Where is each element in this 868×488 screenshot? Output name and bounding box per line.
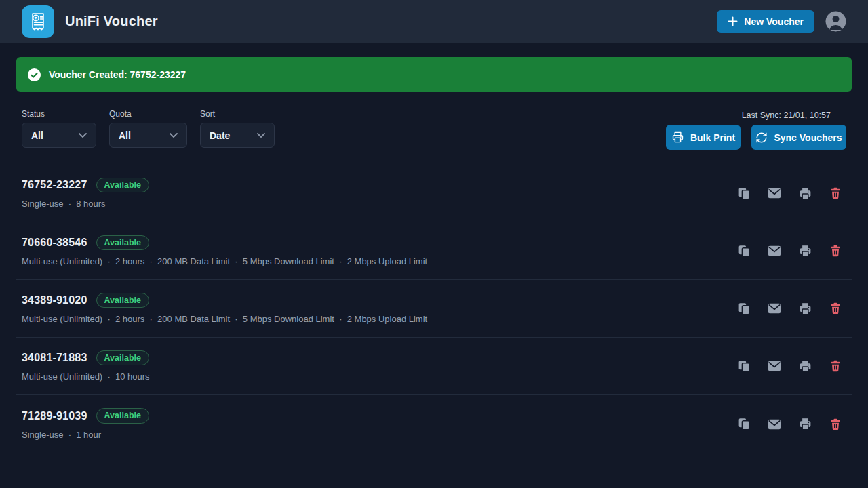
row-actions xyxy=(736,186,843,201)
copy-button[interactable] xyxy=(736,417,751,432)
email-icon xyxy=(767,359,782,373)
status-label: Status xyxy=(22,109,96,119)
print-icon xyxy=(798,302,812,316)
quota-label: Quota xyxy=(109,109,187,119)
chevron-down-icon xyxy=(257,133,265,138)
trash-icon xyxy=(829,244,842,258)
voucher-code: 34081-71883 xyxy=(22,352,87,364)
chevron-down-icon xyxy=(170,133,178,138)
print-icon xyxy=(798,359,812,373)
bulk-print-button[interactable]: Bulk Print xyxy=(666,125,741,150)
voucher-info: 71289-91039 Available Single-use · 1 hou… xyxy=(22,408,149,440)
quota-select[interactable]: All xyxy=(109,123,187,148)
email-button[interactable] xyxy=(767,243,782,258)
print-button[interactable] xyxy=(797,243,812,258)
sort-value: Date xyxy=(210,130,230,141)
trash-icon xyxy=(829,418,842,431)
print-button[interactable] xyxy=(797,359,812,373)
status-badge: Available xyxy=(96,235,149,251)
voucher-info: 70660-38546 Available Multi-use (Unlimit… xyxy=(22,235,427,267)
voucher-details: Single-use · 8 hours xyxy=(22,199,149,209)
copy-icon xyxy=(737,359,751,373)
print-icon xyxy=(798,244,812,258)
print-button[interactable] xyxy=(797,186,812,201)
plus-icon xyxy=(728,16,738,26)
chevron-down-icon xyxy=(79,133,87,138)
banner-message: Voucher Created: 76752-23227 xyxy=(49,69,186,80)
trash-icon xyxy=(829,302,842,315)
row-actions xyxy=(736,417,843,432)
avatar[interactable] xyxy=(825,11,846,32)
filter-status: Status All xyxy=(22,109,96,148)
status-value: All xyxy=(31,130,43,141)
email-button[interactable] xyxy=(767,301,782,316)
copy-icon xyxy=(737,302,751,316)
print-icon xyxy=(798,417,812,431)
voucher-details: Single-use · 1 hour xyxy=(22,430,149,440)
success-banner: Voucher Created: 76752-23227 xyxy=(16,57,852,92)
status-badge: Available xyxy=(96,178,149,193)
refresh-icon xyxy=(755,131,768,144)
filter-quota: Quota All xyxy=(109,109,187,148)
email-icon xyxy=(767,301,782,316)
status-badge: Available xyxy=(96,408,149,424)
copy-button[interactable] xyxy=(736,301,751,316)
voucher-details: Multi-use (Unlimited) · 10 hours xyxy=(22,371,150,382)
sort-label: Sort xyxy=(200,109,275,119)
delete-button[interactable] xyxy=(828,243,843,258)
toolbar: Status All Quota All Sort Date xyxy=(0,109,868,150)
printer-icon xyxy=(671,131,684,144)
sort-select[interactable]: Date xyxy=(200,123,275,148)
status-badge: Available xyxy=(96,293,149,308)
voucher-row: 71289-91039 Available Single-use · 1 hou… xyxy=(16,395,852,453)
print-icon xyxy=(798,186,812,201)
toolbar-right: Last Sync: 21/01, 10:57 Bulk Print xyxy=(666,109,846,150)
new-voucher-label: New Voucher xyxy=(744,16,804,27)
email-button[interactable] xyxy=(767,359,782,373)
delete-button[interactable] xyxy=(828,186,843,201)
copy-icon xyxy=(737,417,751,431)
voucher-row: 34389-91020 Available Multi-use (Unlimit… xyxy=(16,280,852,338)
copy-icon xyxy=(737,244,751,258)
app-logo xyxy=(22,5,54,38)
sync-vouchers-button[interactable]: Sync Vouchers xyxy=(751,125,846,150)
print-button[interactable] xyxy=(797,301,812,316)
voucher-info: 34081-71883 Available Multi-use (Unlimit… xyxy=(22,350,150,382)
print-button[interactable] xyxy=(797,417,812,432)
new-voucher-button[interactable]: New Voucher xyxy=(717,10,814,33)
delete-button[interactable] xyxy=(828,417,843,432)
voucher-row: 76752-23227 Available Single-use · 8 hou… xyxy=(16,165,852,222)
last-sync-text: Last Sync: 21/01, 10:57 xyxy=(742,110,831,120)
voucher-details: Multi-use (Unlimited) · 2 hours · 200 MB… xyxy=(22,314,427,324)
voucher-info: 34389-91020 Available Multi-use (Unlimit… xyxy=(22,293,427,325)
voucher-code: 76752-23227 xyxy=(22,179,87,191)
row-actions xyxy=(736,301,843,316)
email-button[interactable] xyxy=(767,186,782,201)
copy-button[interactable] xyxy=(736,186,751,201)
delete-button[interactable] xyxy=(828,359,843,373)
voucher-info: 76752-23227 Available Single-use · 8 hou… xyxy=(22,178,149,209)
copy-button[interactable] xyxy=(736,243,751,258)
email-button[interactable] xyxy=(767,417,782,432)
sync-vouchers-label: Sync Vouchers xyxy=(774,132,842,143)
app-header: UniFi Voucher New Voucher xyxy=(0,0,868,43)
voucher-row: 34081-71883 Available Multi-use (Unlimit… xyxy=(16,338,852,395)
filters: Status All Quota All Sort Date xyxy=(22,109,275,148)
filter-sort: Sort Date xyxy=(200,109,275,148)
delete-button[interactable] xyxy=(828,301,843,316)
trash-icon xyxy=(829,359,842,373)
status-select[interactable]: All xyxy=(22,123,96,148)
bulk-print-label: Bulk Print xyxy=(690,132,735,143)
email-icon xyxy=(767,243,782,258)
voucher-details: Multi-use (Unlimited) · 2 hours · 200 MB… xyxy=(22,256,427,266)
check-circle-icon xyxy=(27,68,41,82)
email-icon xyxy=(767,186,782,201)
quota-value: All xyxy=(119,130,131,141)
row-actions xyxy=(736,359,843,373)
voucher-code: 71289-91039 xyxy=(22,410,87,422)
copy-icon xyxy=(737,186,751,201)
email-icon xyxy=(767,417,782,432)
voucher-code: 34389-91020 xyxy=(22,294,87,306)
copy-button[interactable] xyxy=(736,359,751,373)
status-badge: Available xyxy=(96,350,149,366)
